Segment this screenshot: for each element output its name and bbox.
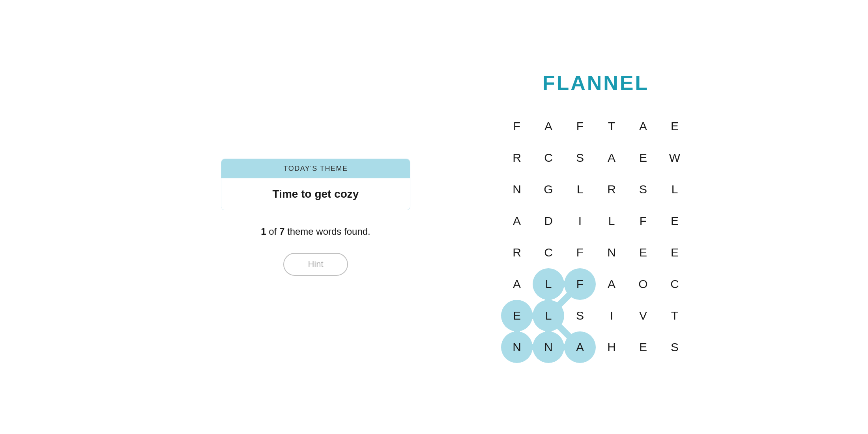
grid-cell[interactable]: R xyxy=(501,237,533,268)
grid-cell[interactable]: N xyxy=(501,174,533,205)
theme-card: TODAY'S THEME Time to get cozy xyxy=(221,159,410,210)
theme-card-body: Time to get cozy xyxy=(221,178,410,210)
grid-cell[interactable]: E xyxy=(501,300,533,331)
grid-cell[interactable]: L xyxy=(659,174,690,205)
grid-cell[interactable]: N xyxy=(501,331,533,363)
grid-cell[interactable]: G xyxy=(533,174,564,205)
grid-cell[interactable]: N xyxy=(596,237,627,268)
grid-cell[interactable]: C xyxy=(659,268,690,300)
grid-cell[interactable]: E xyxy=(659,237,690,268)
grid-cell[interactable]: R xyxy=(501,142,533,174)
puzzle-title: FLANNEL xyxy=(542,71,649,95)
main-container: TODAY'S THEME Time to get cozy 1 of 7 th… xyxy=(0,0,868,434)
found-total: 7 xyxy=(279,226,284,237)
grid-cell[interactable]: E xyxy=(627,331,659,363)
grid-cell[interactable]: A xyxy=(596,142,627,174)
grid-cell[interactable]: L xyxy=(533,268,564,300)
grid-cell[interactable]: T xyxy=(659,300,690,331)
hint-button[interactable]: Hint xyxy=(283,253,348,276)
grid-cell[interactable]: R xyxy=(596,174,627,205)
grid-cell[interactable]: H xyxy=(596,331,627,363)
grid-cell[interactable]: T xyxy=(596,110,627,142)
grid-cell[interactable]: I xyxy=(596,300,627,331)
grid-cell[interactable]: L xyxy=(596,205,627,237)
grid-cell[interactable]: S xyxy=(659,331,690,363)
grid-cell[interactable]: S xyxy=(564,142,596,174)
grid-cell[interactable]: F xyxy=(564,268,596,300)
grid-cell[interactable]: I xyxy=(564,205,596,237)
grid-cell[interactable]: A xyxy=(564,331,596,363)
grid-cell[interactable]: S xyxy=(564,300,596,331)
grid-cell[interactable]: W xyxy=(659,142,690,174)
word-search-grid: FAFTAERCSAEWNGLRSLADILFERCFNEEALFAOCELSI… xyxy=(501,110,690,363)
grid-cell[interactable]: F xyxy=(627,205,659,237)
grid-cell[interactable]: C xyxy=(533,237,564,268)
grid-cell[interactable]: E xyxy=(659,205,690,237)
grid-cell[interactable]: A xyxy=(627,110,659,142)
grid-wrapper: FAFTAERCSAEWNGLRSLADILFERCFNEEALFAOCELSI… xyxy=(501,110,690,363)
grid-cell[interactable]: D xyxy=(533,205,564,237)
grid-cell[interactable]: A xyxy=(501,268,533,300)
grid-cell[interactable]: N xyxy=(533,331,564,363)
grid-cell[interactable]: A xyxy=(501,205,533,237)
right-panel: FLANNEL FAFTAERCSAEWNGLRSLADILFERCFNEEAL… xyxy=(501,71,690,363)
grid-cell[interactable]: S xyxy=(627,174,659,205)
found-label: theme words found. xyxy=(287,226,370,237)
found-count: 1 xyxy=(261,226,266,237)
found-of: of xyxy=(269,226,279,237)
left-panel: TODAY'S THEME Time to get cozy 1 of 7 th… xyxy=(178,159,454,276)
grid-cell[interactable]: A xyxy=(533,110,564,142)
grid-cell[interactable]: C xyxy=(533,142,564,174)
grid-cell[interactable]: F xyxy=(501,110,533,142)
grid-cell[interactable]: O xyxy=(627,268,659,300)
grid-cell[interactable]: A xyxy=(596,268,627,300)
grid-cell[interactable]: L xyxy=(564,174,596,205)
theme-card-header: TODAY'S THEME xyxy=(221,159,410,178)
grid-cell[interactable]: E xyxy=(627,237,659,268)
grid-cell[interactable]: L xyxy=(533,300,564,331)
grid-cell[interactable]: E xyxy=(659,110,690,142)
grid-cell[interactable]: F xyxy=(564,237,596,268)
grid-cell[interactable]: V xyxy=(627,300,659,331)
grid-cell[interactable]: F xyxy=(564,110,596,142)
found-text: 1 of 7 theme words found. xyxy=(261,226,370,237)
grid-cell[interactable]: E xyxy=(627,142,659,174)
